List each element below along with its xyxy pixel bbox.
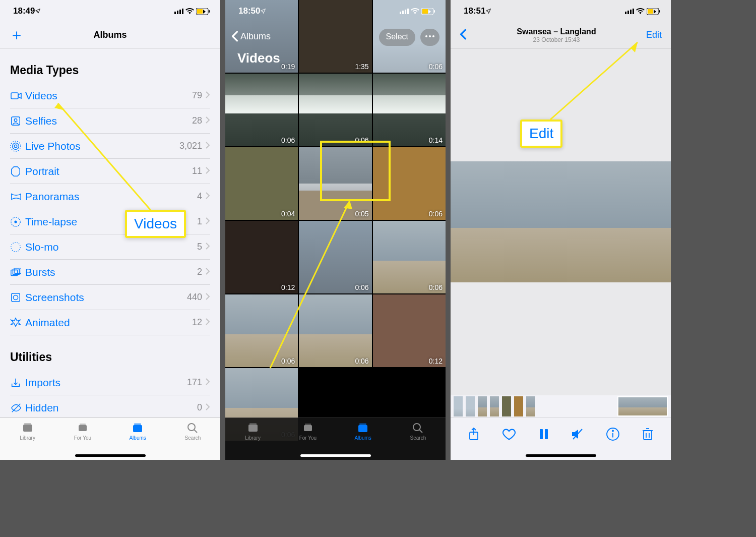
nav-bar: ＋ Albums (0, 22, 220, 48)
mute-button[interactable] (571, 428, 584, 442)
svg-rect-45 (359, 424, 366, 425)
chevron-right-icon (205, 91, 210, 101)
video-thumb[interactable]: 0:04 (225, 147, 298, 220)
svg-line-29 (194, 430, 197, 433)
svg-rect-22 (23, 425, 32, 432)
video-thumb[interactable]: 0:05 (299, 147, 371, 220)
svg-rect-48 (625, 12, 626, 14)
tab-albums[interactable]: Albums (110, 418, 165, 460)
photo-viewport[interactable] (451, 48, 671, 395)
albums-content: Media Types Videos79Selfies28Live Photos… (0, 48, 220, 417)
tab-foryou[interactable]: For You (280, 418, 335, 460)
tab-library[interactable]: Library (0, 418, 55, 460)
tab-library[interactable]: Library (225, 418, 280, 460)
favorite-button[interactable] (502, 428, 516, 443)
svg-rect-0 (174, 12, 176, 14)
screenshot-icon (10, 292, 25, 303)
add-button[interactable]: ＋ (9, 25, 24, 45)
info-button[interactable] (606, 428, 619, 443)
media-type-live[interactable]: Live Photos3,021 (10, 134, 210, 159)
media-type-pano[interactable]: Panoramas4 (10, 184, 210, 209)
media-type-animated[interactable]: Animated12 (10, 310, 210, 335)
chevron-right-icon (205, 166, 210, 176)
media-type-hidden[interactable]: Hidden0 (10, 395, 210, 417)
delete-button[interactable] (642, 428, 654, 443)
section-utilities: Utilities (0, 335, 220, 370)
back-button[interactable]: Albums (231, 31, 271, 42)
pano-icon (10, 191, 25, 202)
video-thumb[interactable]: 0:06 (373, 147, 446, 220)
svg-rect-57 (540, 429, 543, 439)
svg-rect-51 (633, 9, 634, 14)
svg-rect-43 (305, 424, 311, 425)
tab-search[interactable]: Search (165, 418, 220, 460)
svg-rect-1 (177, 11, 178, 14)
videos-title: Videos (237, 50, 280, 66)
video-thumb[interactable]: 0:06 (225, 74, 298, 146)
svg-rect-36 (434, 10, 435, 13)
chevron-right-icon (205, 217, 210, 227)
media-type-slomo[interactable]: Slo-mo5 (10, 234, 210, 260)
chevron-right-icon (205, 192, 210, 202)
chevron-right-icon (205, 403, 210, 413)
screen-albums: 18:49 ＋ Albums Media Types Videos79Selfi… (0, 0, 220, 460)
tab-foryou[interactable]: For You (55, 418, 110, 460)
home-indicator[interactable] (75, 454, 146, 457)
media-type-import[interactable]: Imports171 (10, 370, 210, 395)
video-thumb[interactable]: 0:06 (299, 221, 371, 293)
more-button[interactable] (420, 29, 439, 46)
share-button[interactable] (468, 428, 480, 443)
svg-rect-26 (133, 425, 142, 432)
svg-rect-54 (659, 10, 660, 13)
portrait-icon (10, 166, 25, 177)
nav-title: Albums (93, 30, 127, 40)
tab-albums[interactable]: Albums (336, 418, 391, 460)
home-indicator[interactable] (300, 454, 371, 457)
tab-bar: Library For You Albums Search (225, 417, 446, 460)
video-thumb[interactable]: 0:06 (299, 74, 371, 146)
tab-search[interactable]: Search (391, 418, 446, 460)
svg-point-10 (14, 145, 17, 148)
chevron-right-icon (205, 292, 210, 303)
media-type-selfie[interactable]: Selfies28 (10, 108, 210, 134)
edit-button[interactable]: Edit (646, 30, 662, 40)
video-grid[interactable]: 0:191:350:060:060:060:140:040:050:060:12… (225, 0, 446, 460)
select-button[interactable]: Select (379, 29, 415, 46)
video-thumb[interactable]: 0:12 (373, 294, 446, 367)
media-type-burst[interactable]: Bursts2 (10, 260, 210, 285)
pause-button[interactable] (538, 428, 549, 442)
thumbnail-strip[interactable] (451, 395, 671, 417)
svg-rect-63 (644, 431, 652, 440)
photo-title: Swansea – Langland 23 October 15:43 (517, 27, 596, 43)
video-thumb[interactable]: 0:06 (373, 221, 446, 293)
location-icon (35, 8, 41, 14)
chevron-right-icon (205, 318, 210, 328)
svg-rect-30 (400, 12, 401, 14)
video-thumb[interactable]: 0:14 (373, 74, 446, 146)
svg-rect-25 (80, 424, 86, 425)
svg-rect-31 (402, 11, 404, 14)
location-icon (260, 8, 266, 14)
media-type-portrait[interactable]: Portrait11 (10, 159, 210, 184)
svg-rect-35 (422, 9, 428, 14)
svg-point-62 (612, 430, 613, 431)
hidden-icon (10, 402, 25, 413)
svg-rect-53 (648, 9, 653, 14)
section-media-types: Media Types (0, 48, 220, 83)
media-type-video[interactable]: Videos79 (10, 83, 210, 108)
media-type-screenshot[interactable]: Screenshots440 (10, 285, 210, 310)
chevron-right-icon (205, 378, 210, 388)
svg-rect-32 (405, 10, 406, 14)
video-thumb[interactable]: 0:12 (225, 221, 298, 293)
screen-videos-grid: 0:191:350:060:060:060:140:040:050:060:12… (225, 0, 446, 460)
svg-rect-6 (209, 10, 210, 13)
svg-rect-7 (11, 93, 18, 99)
back-button[interactable] (460, 29, 467, 42)
status-bar: 18:50 (225, 0, 446, 22)
home-indicator[interactable] (526, 454, 596, 457)
svg-point-20 (13, 295, 18, 300)
status-bar: 18:51 (451, 0, 671, 22)
video-thumb[interactable]: 0:06 (225, 294, 298, 367)
video-thumb[interactable]: 0:06 (299, 294, 371, 367)
status-time: 18:51 (464, 6, 485, 16)
